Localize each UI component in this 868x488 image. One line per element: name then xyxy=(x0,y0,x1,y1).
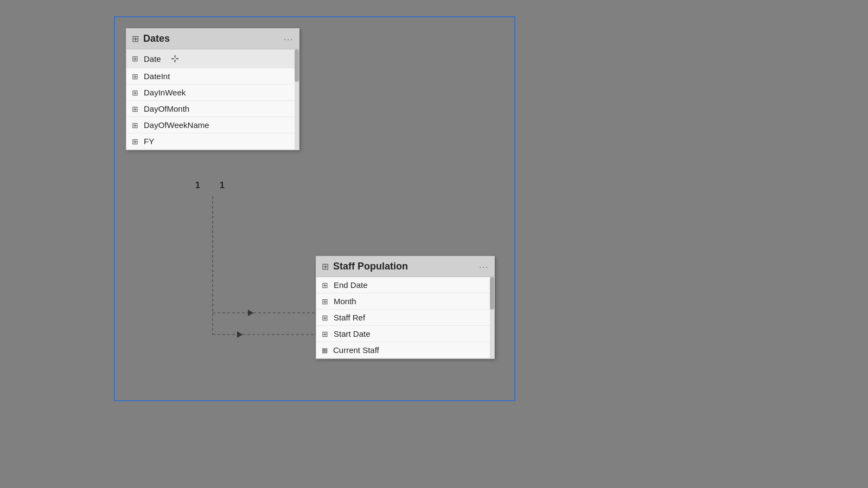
dates-row-dateint[interactable]: ⊞ DateInt xyxy=(126,68,299,85)
staff-scroll-thumb[interactable] xyxy=(490,277,494,310)
staff-row-startdate[interactable]: ⊞ Start Date xyxy=(316,326,494,342)
arrow-1 xyxy=(248,310,253,316)
dates-row-dayofweekname[interactable]: ⊞ DayOfWeekName xyxy=(126,117,299,133)
canvas-area: 1 1 ✱ ✱ ⊞ Dates ··· xyxy=(114,16,515,401)
staff-header-left: ⊞ Staff Population xyxy=(322,261,408,272)
dates-dayinweek-icon: ⊞ xyxy=(132,88,138,97)
staff-currentstaff-label: Current Staff xyxy=(333,345,379,355)
dates-table-header: ⊞ Dates ··· xyxy=(126,29,299,49)
dates-more-button[interactable]: ··· xyxy=(284,35,293,43)
staff-month-label: Month xyxy=(334,297,356,306)
staff-scrollbar[interactable] xyxy=(490,277,494,358)
move-cursor-icon: ⊹ xyxy=(171,53,179,65)
dates-scrollbar[interactable] xyxy=(295,49,299,150)
dates-table-body: ⊞ Date ⊹ ⊞ DateInt ⊞ DayInWeek ⊞ DayOfMo… xyxy=(126,49,299,150)
dates-row-date[interactable]: ⊞ Date ⊹ xyxy=(126,49,299,68)
staff-startdate-label: Start Date xyxy=(334,329,371,338)
staff-startdate-icon: ⊞ xyxy=(322,330,328,338)
staff-row-enddate[interactable]: ⊞ End Date xyxy=(316,277,494,293)
dates-table-title: Dates xyxy=(143,33,170,44)
dates-date-icon: ⊞ xyxy=(132,54,138,63)
staff-table-header: ⊞ Staff Population ··· xyxy=(316,256,494,277)
dates-grid-icon: ⊞ xyxy=(132,34,139,44)
staff-enddate-icon: ⊞ xyxy=(322,281,328,290)
staff-table: ⊞ Staff Population ··· ⊞ End Date ⊞ Mont… xyxy=(316,256,495,359)
dates-dayofweekname-label: DayOfWeekName xyxy=(144,120,209,130)
staff-row-currentstaff[interactable]: ▦ Current Staff xyxy=(316,342,494,358)
staff-table-title: Staff Population xyxy=(333,261,408,272)
staff-more-button[interactable]: ··· xyxy=(479,262,489,271)
dates-dateint-icon: ⊞ xyxy=(132,72,138,81)
rel-label-1-right: 1 xyxy=(220,181,225,190)
dates-fy-icon: ⊞ xyxy=(132,137,138,146)
dates-dateint-label: DateInt xyxy=(144,72,170,81)
staff-staffref-icon: ⊞ xyxy=(322,313,328,322)
staff-staffref-label: Staff Ref xyxy=(334,313,365,322)
staff-currentstaff-icon: ▦ xyxy=(322,346,328,354)
staff-row-staffref[interactable]: ⊞ Staff Ref xyxy=(316,310,494,326)
dates-dayofweekname-icon: ⊞ xyxy=(132,121,138,130)
dates-header-left: ⊞ Dates xyxy=(132,33,170,44)
staff-month-icon: ⊞ xyxy=(322,297,328,306)
arrow-2 xyxy=(237,331,242,338)
dates-dayofmonth-label: DayOfMonth xyxy=(144,104,189,113)
dates-dayofmonth-icon: ⊞ xyxy=(132,105,138,113)
dates-date-label: Date xyxy=(144,54,161,63)
staff-row-month[interactable]: ⊞ Month xyxy=(316,293,494,310)
dates-dayinweek-label: DayInWeek xyxy=(144,88,186,97)
dates-scroll-thumb[interactable] xyxy=(295,49,299,82)
dates-row-dayinweek[interactable]: ⊞ DayInWeek xyxy=(126,85,299,101)
rel-label-1-left: 1 xyxy=(195,181,200,190)
staff-table-body: ⊞ End Date ⊞ Month ⊞ Staff Ref ⊞ Start D… xyxy=(316,277,494,358)
dates-table: ⊞ Dates ··· ⊞ Date ⊹ ⊞ DateInt ⊞ DayInWe… xyxy=(126,28,299,150)
staff-grid-icon: ⊞ xyxy=(322,261,329,272)
dates-row-fy[interactable]: ⊞ FY xyxy=(126,133,299,150)
staff-enddate-label: End Date xyxy=(334,280,368,290)
dates-row-dayofmonth[interactable]: ⊞ DayOfMonth xyxy=(126,101,299,117)
dates-fy-label: FY xyxy=(144,137,154,146)
